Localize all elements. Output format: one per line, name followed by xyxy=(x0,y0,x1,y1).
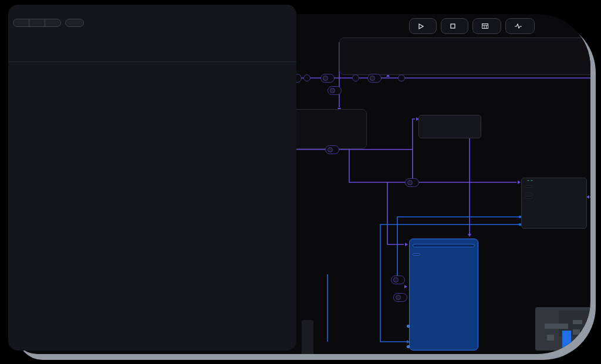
gazebo-badge xyxy=(527,180,529,181)
table-icon xyxy=(482,23,488,29)
app-window xyxy=(0,0,601,364)
live-table-button[interactable] xyxy=(472,18,501,34)
urdf-label xyxy=(410,242,478,243)
load-node[interactable] xyxy=(393,293,407,302)
start-icon xyxy=(330,88,335,93)
load-icon xyxy=(407,180,413,185)
on-load-chip[interactable] xyxy=(413,253,420,256)
urdf-value[interactable] xyxy=(413,244,475,247)
signal-port[interactable] xyxy=(407,345,410,348)
zoom-in-button[interactable] xyxy=(302,320,313,331)
checkbox-icon xyxy=(323,76,328,81)
signal-chip[interactable] xyxy=(525,193,532,195)
zoom-toolbar xyxy=(302,320,313,354)
minimap[interactable] xyxy=(535,307,590,351)
load-node[interactable] xyxy=(391,275,405,284)
predicate-chip[interactable] xyxy=(525,185,532,188)
load-icon xyxy=(393,277,399,283)
start-node[interactable] xyxy=(327,86,342,95)
expand-panel-chevron[interactable] xyxy=(296,183,305,195)
ros-topics-button[interactable] xyxy=(505,18,535,34)
generate-graph-button[interactable] xyxy=(65,19,84,27)
gear-node[interactable] xyxy=(398,74,405,81)
hardware-interface-node[interactable] xyxy=(409,239,478,351)
checkbox-icon xyxy=(370,76,375,81)
play-button[interactable] xyxy=(409,18,437,34)
stop-icon xyxy=(450,23,455,29)
set-parameter-node[interactable] xyxy=(367,74,381,83)
load-icon xyxy=(396,295,401,300)
graph-toolbar xyxy=(409,18,535,34)
code-toolbar xyxy=(13,19,84,27)
static-frame-broadcaster-node[interactable] xyxy=(418,115,481,138)
zoom-out-button[interactable] xyxy=(302,331,313,341)
collapse-panel-chevron[interactable] xyxy=(283,183,292,195)
divider xyxy=(8,62,296,62)
code-panel xyxy=(8,5,296,351)
set-parameter-node[interactable] xyxy=(320,74,335,83)
load-node[interactable] xyxy=(405,178,419,187)
sequence-2-group-node[interactable] xyxy=(339,38,590,75)
fit-view-button[interactable] xyxy=(302,341,313,352)
sphere-collider-node[interactable] xyxy=(521,178,587,229)
play-icon xyxy=(418,23,424,29)
extra-tool-button[interactable] xyxy=(302,352,313,354)
load-icon xyxy=(327,147,333,152)
gear-node[interactable] xyxy=(352,74,359,81)
wire-arrow-icon xyxy=(404,285,407,288)
signal-chip[interactable] xyxy=(525,196,532,199)
minimap-hardware-node xyxy=(562,331,571,349)
stop-button[interactable] xyxy=(441,18,468,34)
delete-button[interactable] xyxy=(13,19,29,26)
signal-badge xyxy=(531,180,533,181)
save-as-button[interactable] xyxy=(45,19,60,26)
signal-port[interactable] xyxy=(407,325,410,328)
file-actions-group xyxy=(13,19,61,27)
load-node[interactable] xyxy=(325,145,339,154)
pulse-icon xyxy=(515,23,522,29)
gear-node[interactable] xyxy=(303,74,310,81)
save-button[interactable] xyxy=(29,19,45,26)
yaml-editor[interactable] xyxy=(12,65,296,351)
